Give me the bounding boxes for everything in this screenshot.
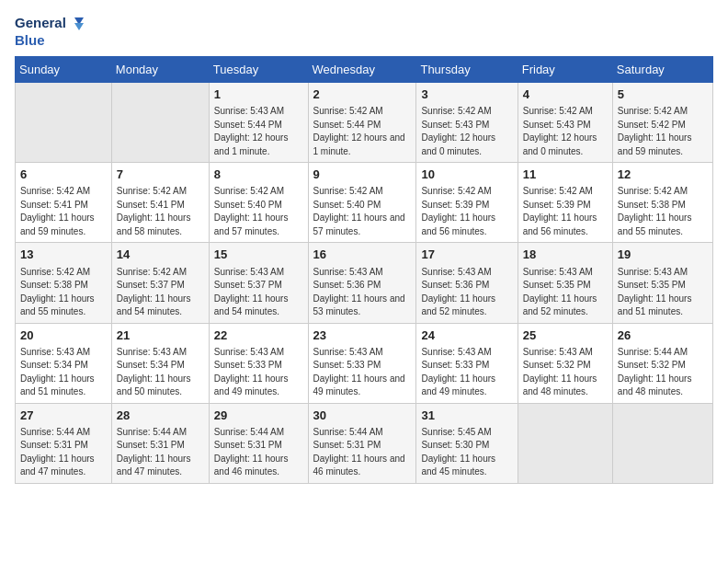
day-number: 15 — [214, 247, 303, 263]
calendar-cell — [111, 83, 209, 163]
cell-content: Sunrise: 5:44 AMSunset: 5:31 PMDaylight:… — [20, 426, 107, 479]
day-number: 29 — [214, 408, 303, 424]
calendar-cell: 19Sunrise: 5:43 AMSunset: 5:35 PMDayligh… — [612, 243, 712, 323]
calendar-cell: 1Sunrise: 5:43 AMSunset: 5:44 PMDaylight… — [209, 83, 308, 163]
calendar-cell: 23Sunrise: 5:43 AMSunset: 5:33 PMDayligh… — [308, 323, 416, 403]
calendar-cell: 18Sunrise: 5:43 AMSunset: 5:35 PMDayligh… — [518, 243, 612, 323]
header-day-sunday: Sunday — [16, 57, 112, 83]
calendar-cell: 12Sunrise: 5:42 AMSunset: 5:38 PMDayligh… — [612, 163, 712, 243]
day-number: 2 — [313, 86, 412, 103]
cell-content: Sunrise: 5:42 AMSunset: 5:40 PMDaylight:… — [214, 185, 303, 238]
week-row-3: 13Sunrise: 5:42 AMSunset: 5:38 PMDayligh… — [16, 243, 713, 323]
cell-content: Sunrise: 5:42 AMSunset: 5:39 PMDaylight:… — [523, 185, 608, 238]
logo: General Blue — [15, 15, 85, 49]
calendar-cell — [518, 403, 612, 483]
cell-content: Sunrise: 5:43 AMSunset: 5:33 PMDaylight:… — [421, 346, 512, 399]
cell-content: Sunrise: 5:44 AMSunset: 5:31 PMDaylight:… — [117, 426, 204, 479]
day-number: 14 — [117, 247, 204, 263]
calendar-cell: 15Sunrise: 5:43 AMSunset: 5:37 PMDayligh… — [209, 243, 308, 323]
cell-content: Sunrise: 5:43 AMSunset: 5:33 PMDaylight:… — [214, 346, 303, 399]
calendar-cell: 24Sunrise: 5:43 AMSunset: 5:33 PMDayligh… — [416, 323, 518, 403]
header-day-saturday: Saturday — [612, 57, 712, 83]
calendar-cell: 9Sunrise: 5:42 AMSunset: 5:40 PMDaylight… — [308, 163, 416, 243]
calendar-cell: 4Sunrise: 5:42 AMSunset: 5:43 PMDaylight… — [518, 83, 612, 163]
cell-content: Sunrise: 5:44 AMSunset: 5:31 PMDaylight:… — [313, 426, 412, 479]
day-number: 21 — [117, 327, 204, 344]
calendar-cell: 30Sunrise: 5:44 AMSunset: 5:31 PMDayligh… — [308, 403, 416, 483]
cell-content: Sunrise: 5:45 AMSunset: 5:30 PMDaylight:… — [421, 426, 512, 479]
day-number: 13 — [20, 247, 107, 263]
day-number: 26 — [618, 327, 708, 344]
calendar-cell: 10Sunrise: 5:42 AMSunset: 5:39 PMDayligh… — [416, 163, 518, 243]
cell-content: Sunrise: 5:42 AMSunset: 5:43 PMDaylight:… — [421, 105, 512, 158]
day-number: 7 — [117, 167, 204, 183]
cell-content: Sunrise: 5:43 AMSunset: 5:44 PMDaylight:… — [214, 105, 303, 158]
day-number: 1 — [214, 86, 303, 103]
week-row-4: 20Sunrise: 5:43 AMSunset: 5:34 PMDayligh… — [16, 323, 713, 403]
day-number: 28 — [117, 408, 204, 424]
calendar-cell: 25Sunrise: 5:43 AMSunset: 5:32 PMDayligh… — [518, 323, 612, 403]
cell-content: Sunrise: 5:44 AMSunset: 5:31 PMDaylight:… — [214, 426, 303, 479]
calendar-cell: 13Sunrise: 5:42 AMSunset: 5:38 PMDayligh… — [16, 243, 112, 323]
calendar-body: 1Sunrise: 5:43 AMSunset: 5:44 PMDaylight… — [16, 83, 713, 484]
cell-content: Sunrise: 5:43 AMSunset: 5:32 PMDaylight:… — [523, 346, 608, 399]
calendar-cell: 5Sunrise: 5:42 AMSunset: 5:42 PMDaylight… — [612, 83, 712, 163]
day-number: 3 — [421, 86, 512, 103]
calendar-cell: 28Sunrise: 5:44 AMSunset: 5:31 PMDayligh… — [111, 403, 209, 483]
cell-content: Sunrise: 5:42 AMSunset: 5:38 PMDaylight:… — [20, 266, 107, 319]
cell-content: Sunrise: 5:44 AMSunset: 5:32 PMDaylight:… — [618, 346, 708, 399]
svg-marker-1 — [74, 23, 84, 30]
day-number: 12 — [618, 167, 708, 183]
cell-content: Sunrise: 5:42 AMSunset: 5:39 PMDaylight:… — [421, 185, 512, 238]
cell-content: Sunrise: 5:42 AMSunset: 5:41 PMDaylight:… — [117, 185, 204, 238]
calendar-cell: 17Sunrise: 5:43 AMSunset: 5:36 PMDayligh… — [416, 243, 518, 323]
week-row-5: 27Sunrise: 5:44 AMSunset: 5:31 PMDayligh… — [16, 403, 713, 483]
day-number: 4 — [523, 86, 608, 103]
cell-content: Sunrise: 5:43 AMSunset: 5:34 PMDaylight:… — [20, 346, 107, 399]
calendar-cell: 6Sunrise: 5:42 AMSunset: 5:41 PMDaylight… — [16, 163, 112, 243]
day-number: 17 — [421, 247, 512, 263]
cell-content: Sunrise: 5:43 AMSunset: 5:34 PMDaylight:… — [117, 346, 204, 399]
header-day-friday: Friday — [518, 57, 612, 83]
day-number: 5 — [618, 86, 708, 103]
day-number: 9 — [313, 167, 412, 183]
calendar-cell: 29Sunrise: 5:44 AMSunset: 5:31 PMDayligh… — [209, 403, 308, 483]
calendar-cell: 27Sunrise: 5:44 AMSunset: 5:31 PMDayligh… — [16, 403, 112, 483]
day-number: 20 — [20, 327, 107, 344]
day-number: 8 — [214, 167, 303, 183]
day-number: 25 — [523, 327, 608, 344]
calendar-cell: 3Sunrise: 5:42 AMSunset: 5:43 PMDaylight… — [416, 83, 518, 163]
cell-content: Sunrise: 5:42 AMSunset: 5:44 PMDaylight:… — [313, 105, 412, 158]
calendar-cell: 20Sunrise: 5:43 AMSunset: 5:34 PMDayligh… — [16, 323, 112, 403]
calendar-cell: 16Sunrise: 5:43 AMSunset: 5:36 PMDayligh… — [308, 243, 416, 323]
header-day-thursday: Thursday — [416, 57, 518, 83]
week-row-1: 1Sunrise: 5:43 AMSunset: 5:44 PMDaylight… — [16, 83, 713, 163]
cell-content: Sunrise: 5:43 AMSunset: 5:37 PMDaylight:… — [214, 266, 303, 319]
logo-text: General Blue — [15, 15, 85, 49]
calendar-cell: 14Sunrise: 5:42 AMSunset: 5:37 PMDayligh… — [111, 243, 209, 323]
calendar-cell — [612, 403, 712, 483]
header-day-monday: Monday — [111, 57, 209, 83]
cell-content: Sunrise: 5:43 AMSunset: 5:36 PMDaylight:… — [421, 266, 512, 319]
day-number: 18 — [523, 247, 608, 263]
header-day-wednesday: Wednesday — [308, 57, 416, 83]
cell-content: Sunrise: 5:42 AMSunset: 5:37 PMDaylight:… — [117, 266, 204, 319]
calendar-cell: 7Sunrise: 5:42 AMSunset: 5:41 PMDaylight… — [111, 163, 209, 243]
day-number: 22 — [214, 327, 303, 344]
day-number: 24 — [421, 327, 512, 344]
calendar-cell: 8Sunrise: 5:42 AMSunset: 5:40 PMDaylight… — [209, 163, 308, 243]
calendar-table: SundayMondayTuesdayWednesdayThursdayFrid… — [15, 56, 713, 484]
cell-content: Sunrise: 5:43 AMSunset: 5:35 PMDaylight:… — [618, 266, 708, 319]
cell-content: Sunrise: 5:42 AMSunset: 5:41 PMDaylight:… — [20, 185, 107, 238]
day-number: 16 — [313, 247, 412, 263]
day-number: 31 — [421, 408, 512, 424]
header-row: SundayMondayTuesdayWednesdayThursdayFrid… — [16, 57, 713, 83]
day-number: 6 — [20, 167, 107, 183]
day-number: 27 — [20, 408, 107, 424]
cell-content: Sunrise: 5:42 AMSunset: 5:42 PMDaylight:… — [618, 105, 708, 158]
day-number: 10 — [421, 167, 512, 183]
page-header: General Blue — [15, 15, 713, 49]
calendar-cell: 22Sunrise: 5:43 AMSunset: 5:33 PMDayligh… — [209, 323, 308, 403]
cell-content: Sunrise: 5:43 AMSunset: 5:33 PMDaylight:… — [313, 346, 412, 399]
day-number: 23 — [313, 327, 412, 344]
